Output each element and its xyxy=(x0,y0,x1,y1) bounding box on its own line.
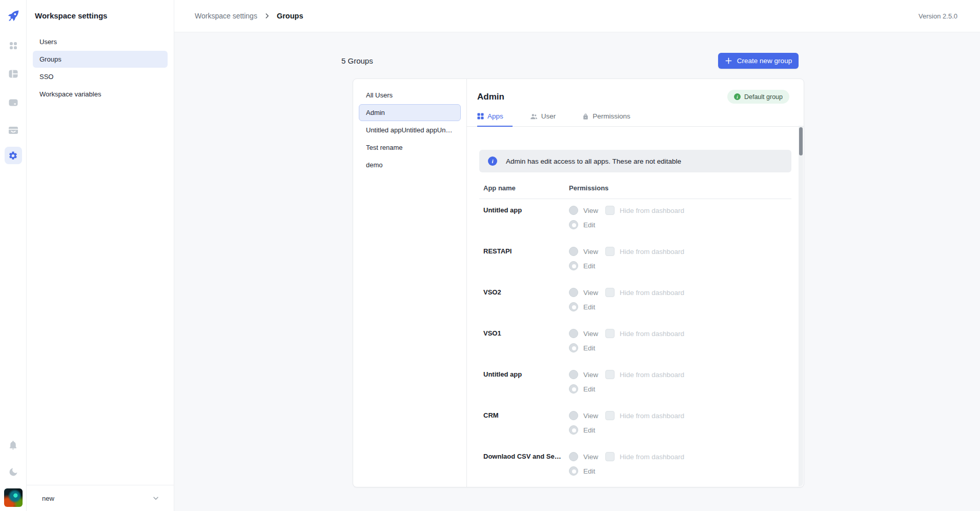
app-name: Untitled app xyxy=(483,370,569,404)
app-name: RESTAPI xyxy=(483,247,569,281)
edit-radio xyxy=(569,384,578,394)
app-name: VSO2 xyxy=(483,288,569,322)
rocket-logo-icon[interactable] xyxy=(5,7,22,25)
group-item-admin[interactable]: Admin xyxy=(359,104,461,121)
top-bar: Workspace settings Groups Version 2.5.0 xyxy=(174,0,980,32)
group-title: Admin xyxy=(477,92,504,102)
dark-mode-moon-icon[interactable] xyxy=(5,463,22,481)
hide-from-dashboard-checkbox xyxy=(605,247,615,256)
app-name: Downlaod CSV and Send attac... xyxy=(483,453,569,486)
sidebar-title: Workspace settings xyxy=(27,0,174,20)
edit-radio xyxy=(569,343,578,352)
column-permissions: Permissions xyxy=(569,184,608,192)
detail-tabs: Apps User xyxy=(467,112,804,127)
detail-scrollbar xyxy=(799,126,803,486)
sidebar-item-workspace-variables[interactable]: Workspace variables xyxy=(33,86,168,103)
settings-gear-icon[interactable] xyxy=(5,147,22,164)
sidebar-item-groups[interactable]: Groups xyxy=(33,51,168,68)
table-row: VSO2 View Hide from dashboard xyxy=(479,281,791,322)
table-row: Downlaod CSV and Send attac... View Hide… xyxy=(479,445,791,486)
view-radio xyxy=(569,288,578,297)
groups-page: 5 Groups Create new group All Users Admi… xyxy=(174,32,980,511)
groups-count-label: 5 Groups xyxy=(341,56,373,65)
app-name: Untitled app xyxy=(483,206,569,240)
table-header: App name Permissions xyxy=(479,172,791,199)
scrollbar-thumb[interactable] xyxy=(799,127,803,155)
database-icon[interactable] xyxy=(5,94,22,111)
edit-label: Edit xyxy=(583,221,595,229)
version-label: Version 2.5.0 xyxy=(918,12,957,20)
edit-radio xyxy=(569,261,578,270)
admin-access-notice: i Admin has edit access to all apps. The… xyxy=(479,150,791,172)
groups-card: All Users Admin Untitled appUntitled app… xyxy=(353,78,804,487)
view-radio xyxy=(569,411,578,420)
settings-menu: Users Groups SSO Workspace variables xyxy=(27,33,174,103)
user-avatar[interactable] xyxy=(4,488,23,507)
sidebar-item-users[interactable]: Users xyxy=(33,33,168,50)
chevron-right-icon xyxy=(263,12,271,19)
workspace-switcher[interactable]: new xyxy=(27,485,174,511)
apps-grid-small-icon xyxy=(477,113,484,120)
edit-radio xyxy=(569,302,578,311)
lock-icon xyxy=(582,113,589,120)
tab-user[interactable]: User xyxy=(530,112,565,127)
app-name: VSO1 xyxy=(483,329,569,363)
breadcrumb-root[interactable]: Workspace settings xyxy=(195,12,257,20)
view-radio xyxy=(569,370,578,379)
default-group-badge: i Default group xyxy=(727,90,789,104)
edit-radio xyxy=(569,466,578,476)
column-app-name: App name xyxy=(483,184,569,192)
view-label: View xyxy=(583,206,598,215)
chevron-down-icon xyxy=(152,495,159,502)
settings-sidebar: Workspace settings Users Groups SSO Work… xyxy=(27,0,174,511)
apps-grid-icon[interactable] xyxy=(5,37,22,54)
table-row: Untitled app View Hide from dashboard xyxy=(479,363,791,404)
badge-info-icon: i xyxy=(734,93,741,100)
app-icon-rail xyxy=(0,0,27,511)
info-icon: i xyxy=(488,156,497,166)
breadcrumb-current: Groups xyxy=(277,12,303,20)
marketplace-icon[interactable] xyxy=(5,122,22,139)
view-radio xyxy=(569,247,578,256)
group-item-untitled[interactable]: Untitled appUntitled appUntitle... xyxy=(359,122,461,139)
create-new-group-button[interactable]: Create new group xyxy=(718,53,799,69)
group-item-test-rename[interactable]: Test rename xyxy=(359,139,461,156)
dashboard-layout-icon[interactable] xyxy=(5,65,22,83)
edit-radio xyxy=(569,425,578,435)
hide-from-dashboard-checkbox xyxy=(605,452,615,461)
app-permissions-table: App name Permissions Untitled app View xyxy=(479,172,791,486)
notifications-bell-icon[interactable] xyxy=(5,436,22,454)
users-icon xyxy=(530,113,538,120)
tab-permissions[interactable]: Permissions xyxy=(582,112,640,127)
hide-from-dashboard-checkbox xyxy=(605,206,615,215)
table-row: CRM View Hide from dashboard xyxy=(479,404,791,445)
plus-icon xyxy=(725,57,732,65)
group-detail-panel: Admin i Default group xyxy=(467,79,804,487)
sidebar-item-sso[interactable]: SSO xyxy=(33,68,168,85)
hide-from-dashboard-checkbox xyxy=(605,411,615,420)
view-radio xyxy=(569,206,578,215)
view-radio xyxy=(569,329,578,338)
workspace-name: new xyxy=(42,495,152,502)
group-list: All Users Admin Untitled appUntitled app… xyxy=(353,79,467,487)
group-item-all-users[interactable]: All Users xyxy=(359,87,461,104)
tab-apps[interactable]: Apps xyxy=(477,112,513,127)
edit-radio xyxy=(569,220,578,229)
group-item-demo[interactable]: demo xyxy=(359,156,461,173)
workspace-settings-screen: Workspace settings Users Groups SSO Work… xyxy=(0,0,980,511)
table-row: RESTAPI View Hide from dashboard xyxy=(479,240,791,281)
table-row: Untitled app View Hide from dashboard xyxy=(479,199,791,240)
hide-from-dashboard-checkbox xyxy=(605,329,615,338)
hide-from-dashboard-checkbox xyxy=(605,288,615,297)
table-row: VSO1 View Hide from dashboard xyxy=(479,322,791,363)
view-radio xyxy=(569,452,578,461)
hide-label: Hide from dashboard xyxy=(620,206,684,215)
app-name: CRM xyxy=(483,411,569,445)
hide-from-dashboard-checkbox xyxy=(605,370,615,379)
